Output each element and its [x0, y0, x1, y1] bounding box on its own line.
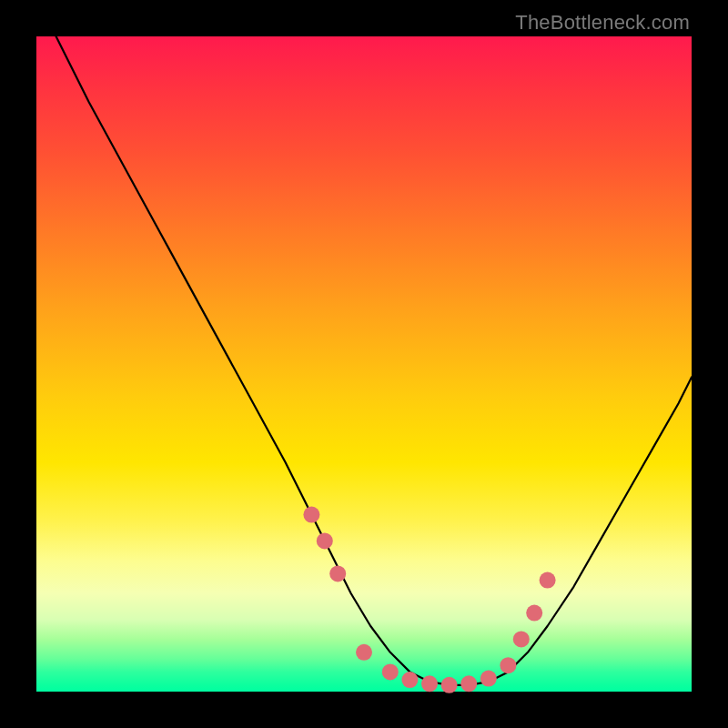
highlight-dot: [460, 675, 477, 692]
bottleneck-curve-path: [56, 36, 692, 685]
highlight-dots-group: [303, 507, 555, 693]
highlight-dot: [421, 675, 438, 692]
highlight-dot: [526, 605, 542, 622]
highlight-dot: [480, 671, 497, 687]
highlight-dot: [303, 507, 319, 523]
highlight-dot: [513, 631, 530, 647]
highlight-dot: [401, 672, 418, 688]
highlight-dot: [356, 644, 372, 661]
highlight-dot: [540, 572, 556, 589]
watermark-text: TheBottleneck.com: [515, 11, 690, 35]
highlight-dot: [329, 565, 346, 581]
highlight-dot: [317, 532, 333, 549]
chart-overlay-svg: [36, 36, 692, 692]
highlight-dot: [441, 677, 458, 693]
highlight-dot: [500, 657, 516, 673]
chart-stage: TheBottleneck.com: [0, 0, 728, 728]
highlight-dot: [382, 663, 399, 680]
